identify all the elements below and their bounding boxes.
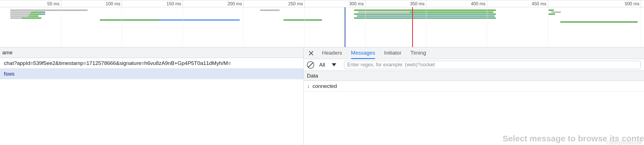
timeline-bar [358, 11, 410, 13]
timeline-tick: 50 ms [61, 0, 61, 8]
message-text: connected [313, 83, 337, 89]
timeline-tick: 250 ms [304, 0, 305, 8]
arrow-down-icon: ↓ [307, 83, 310, 89]
timeline-tick-label: 400 ms [471, 1, 485, 6]
timeline-bar [159, 19, 240, 21]
timeline-bar [260, 10, 279, 11]
timeline-tick: 450 ms [548, 0, 548, 8]
timeline-tick-label: 350 ms [410, 1, 424, 6]
timeline-bar [30, 13, 41, 15]
timeline-overview[interactable]: 50 ms100 ms150 ms200 ms250 ms300 ms350 m… [0, 0, 644, 47]
timeline-bar [354, 17, 496, 19]
timeline-bar [10, 11, 31, 13]
timeline-bar [10, 13, 30, 15]
timeline-ruler[interactable]: 50 ms100 ms150 ms200 ms250 ms300 ms350 m… [0, 0, 644, 7]
timeline-bar [410, 11, 493, 13]
timeline-tick: 350 ms [426, 0, 426, 8]
timeline-bar [549, 10, 554, 11]
timeline-bar [357, 15, 495, 17]
tab-initiator[interactable]: Initiator [384, 48, 401, 59]
timeline-bar [41, 13, 45, 15]
timeline-tick: 150 ms [182, 0, 183, 8]
tab-headers[interactable]: Headers [322, 48, 342, 59]
message-filter-bar: All [304, 59, 644, 71]
filter-type-label[interactable]: All [319, 62, 325, 68]
timeline-tick: 400 ms [487, 0, 487, 8]
dom-content-loaded-marker [345, 7, 345, 47]
message-row[interactable]: ↓connected [304, 81, 644, 92]
tab-messages[interactable]: Messages [351, 48, 375, 59]
timeline-tick-label: 300 ms [349, 1, 364, 6]
clear-filter-icon[interactable] [307, 61, 314, 69]
data-column-header[interactable]: Data [304, 71, 644, 81]
name-column-header[interactable]: ame [0, 47, 303, 58]
tab-timing[interactable]: Timing [410, 48, 426, 59]
timeline-bar [354, 13, 496, 15]
timeline-tick-label: 100 ms [106, 1, 120, 6]
timeline-bar [551, 11, 561, 13]
chevron-down-icon[interactable] [332, 63, 336, 66]
timeline-tick-label: 50 ms [47, 1, 60, 6]
timeline-bar [354, 10, 496, 11]
detail-pane: HeadersMessagesInitiatorTiming All Data … [304, 47, 644, 145]
request-row[interactable]: fsws [0, 69, 303, 79]
request-row[interactable]: chat?appId=539f5ee2&timestamp=1712578666… [0, 58, 303, 69]
timeline-tick-label: 450 ms [532, 1, 546, 6]
timeline-tick: 300 ms [365, 0, 366, 8]
timeline-bar [31, 11, 45, 13]
timeline-bar [22, 17, 41, 19]
request-list-pane: ame chat?appId=539f5ee2&timestamp=171257… [0, 47, 304, 145]
timeline-tick: 100 ms [122, 0, 122, 8]
close-icon[interactable] [308, 50, 314, 56]
load-event-marker [412, 7, 413, 47]
timeline-bar [283, 19, 322, 21]
timeline-tick-label: 200 ms [227, 1, 242, 6]
regex-filter-input[interactable] [344, 61, 641, 69]
timeline-tick: 200 ms [243, 0, 244, 8]
timeline-bar [560, 21, 638, 23]
timeline-tick: 500 ms [641, 0, 641, 8]
timeline-tick-label: 500 ms [625, 1, 639, 6]
watermark-text: CSDN @irisMoon06 [607, 141, 642, 145]
timeline-tick-label: 250 ms [288, 1, 303, 6]
detail-tab-strip: HeadersMessagesInitiatorTiming [304, 47, 644, 59]
timeline-bar [28, 15, 39, 17]
timeline-tick-label: 150 ms [167, 1, 181, 6]
timeline-bar [10, 15, 28, 17]
timeline-bar [10, 10, 88, 11]
timeline-chart [0, 7, 644, 47]
timeline-bar [549, 13, 555, 15]
timeline-bar [100, 19, 159, 21]
